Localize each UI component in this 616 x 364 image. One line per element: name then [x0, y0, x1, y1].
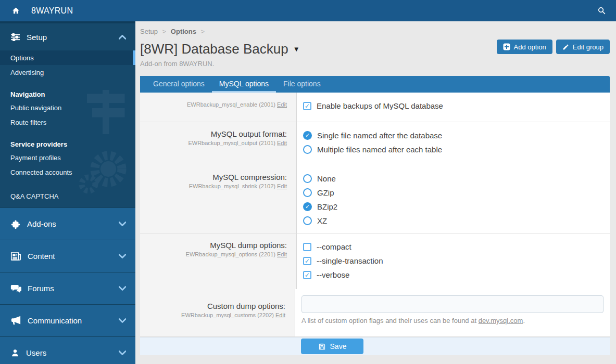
checkbox-checked[interactable]: ✓	[303, 257, 311, 265]
sliders-icon	[10, 33, 20, 42]
breadcrumb-options[interactable]: Options	[171, 28, 196, 35]
option-row: Custom dump options:EWRbackup_mysql_cust…	[140, 289, 610, 337]
option-row: MySQL dump options:EWRbackup_mysql_optio…	[140, 233, 610, 289]
checkbox-checked[interactable]: ✓	[303, 102, 311, 110]
help-text-before: A list of custom option flags and their …	[301, 317, 479, 324]
choice-label: Single file named after the database	[317, 131, 442, 140]
help-text-after: .	[523, 317, 525, 324]
edit-link[interactable]: Edit	[277, 101, 287, 108]
chevron-down-icon	[119, 254, 126, 258]
choice-label: Enable backups of MySQL database	[317, 101, 443, 110]
user-icon	[10, 348, 20, 358]
sidebar-group-heading: Service providers	[0, 138, 135, 150]
option-control-cell: ✓Enable backups of MySQL database	[297, 93, 610, 122]
plus-square-icon	[503, 43, 510, 50]
option-control-cell: A list of custom option flags and their …	[295, 289, 610, 336]
option-choice: ✓--compact	[303, 240, 604, 254]
edit-group-button[interactable]: Edit group	[556, 40, 610, 54]
radio-selected[interactable]: ✓	[303, 131, 312, 140]
tab-mysql-options[interactable]: MySQL options	[212, 76, 276, 93]
custom-dump-options-input[interactable]	[301, 295, 604, 313]
page-title: [8WR] Database Backup	[140, 41, 288, 57]
sidebar-item-route-filters[interactable]: Route filters	[0, 115, 135, 129]
option-title: MySQL dump options:	[145, 241, 287, 250]
sidebar-section-content[interactable]: Content	[0, 240, 135, 272]
sidebar-item-public-navigation[interactable]: Public navigation	[0, 100, 135, 115]
chevron-down-icon	[119, 286, 126, 291]
option-row: EWRbackup_mysql_enable (2001) Edit✓Enabl…	[140, 93, 610, 122]
radio-unselected[interactable]: ✓	[303, 174, 312, 183]
sidebar-section-label: Add-ons	[27, 219, 119, 228]
option-code-text: EWRbackup_mysql_enable (2001)	[187, 101, 275, 108]
edit-link[interactable]: Edit	[277, 251, 287, 257]
sidebar-section-setup: Setup OptionsAdvertisingNavigationPublic…	[0, 23, 135, 207]
checkbox-checked[interactable]: ✓	[303, 271, 311, 279]
edit-link[interactable]: Edit	[277, 183, 287, 189]
chevron-down-icon	[119, 350, 126, 355]
sidebar-section-setup-header[interactable]: Setup	[0, 23, 135, 50]
radio-unselected[interactable]: ✓	[303, 216, 312, 225]
help-text: A list of custom option flags and their …	[301, 317, 604, 324]
checkbox-unchecked[interactable]: ✓	[303, 243, 311, 251]
option-code: EWRbackup_mysql_output (2101) Edit	[145, 140, 287, 146]
sidebar-item-connected-accounts[interactable]: Connected accounts	[0, 165, 135, 179]
sidebar-item-q-a-captcha[interactable]: Q&A CAPTCHA	[0, 189, 135, 203]
option-choice: ✓Enable backups of MySQL database	[303, 99, 604, 113]
megaphone-icon	[10, 316, 21, 326]
option-code-text: EWRbackup_mysql_options (2201)	[186, 251, 275, 257]
tab-bar: General optionsMySQL optionsFile options	[140, 76, 610, 93]
chat-icon	[10, 284, 21, 293]
option-choice: ✓Multiple files named after each table	[303, 142, 604, 157]
option-choice: ✓Single file named after the database	[303, 128, 604, 142]
choice-label: --verbose	[317, 270, 349, 279]
chevron-up-icon	[119, 35, 126, 40]
option-choice: ✓--verbose	[303, 268, 604, 282]
option-code-text: EWRbackup_mysql_shrink (2102)	[189, 183, 275, 189]
save-button[interactable]: Save	[301, 339, 363, 354]
page-subtitle: Add-on from 8WAYRUN.	[140, 60, 616, 69]
option-label-cell: MySQL dump options:EWRbackup_mysql_optio…	[140, 233, 297, 289]
choice-label: XZ	[317, 216, 327, 225]
radio-unselected[interactable]: ✓	[303, 188, 312, 197]
option-code: EWRbackup_mysql_shrink (2102) Edit	[145, 183, 287, 189]
sidebar-section-label: Content	[28, 252, 119, 261]
radio-unselected[interactable]: ✓	[303, 145, 312, 154]
chevron-down-icon	[119, 222, 126, 226]
tab-file-options[interactable]: File options	[276, 76, 328, 93]
edit-link[interactable]: Edit	[277, 140, 287, 146]
home-icon[interactable]	[0, 6, 31, 15]
option-title: MySQL compression:	[145, 173, 287, 181]
radio-selected[interactable]: ✓	[303, 202, 312, 211]
sidebar-item-options[interactable]: Options	[0, 50, 135, 65]
add-option-button[interactable]: Add option	[497, 40, 552, 54]
choice-label: --single-transaction	[317, 256, 383, 265]
sidebar-section-users[interactable]: Users	[0, 336, 135, 364]
sidebar-item-payment-profiles[interactable]: Payment profiles	[0, 150, 135, 165]
sidebar-section-label: Forums	[28, 284, 119, 293]
search-icon[interactable]	[587, 6, 616, 15]
floppy-disk-icon	[318, 343, 326, 350]
site-title[interactable]: 8WAYRUN	[31, 6, 73, 16]
breadcrumb-setup[interactable]: Setup	[140, 28, 158, 35]
title-dropdown-icon[interactable]	[293, 45, 300, 53]
page-head: Setup > Options > [8WR] Database Backup …	[140, 21, 616, 69]
sidebar-item-advertising[interactable]: Advertising	[0, 65, 135, 80]
choice-label: None	[317, 174, 336, 183]
puzzle-icon	[10, 219, 21, 229]
sidebar-section-communication[interactable]: Communication	[0, 304, 135, 336]
help-link[interactable]: dev.mysql.com	[479, 317, 523, 324]
option-code-text: EWRbackup_mysql_output (2101)	[188, 140, 275, 146]
edit-link[interactable]: Edit	[275, 312, 285, 318]
option-choice: ✓GZip	[303, 186, 604, 200]
sidebar-section-label: Setup	[27, 33, 119, 42]
sidebar-section-label: Users	[26, 348, 119, 357]
sidebar-section-label: Communication	[28, 316, 119, 325]
option-title: Custom dump options:	[145, 302, 285, 310]
choice-label: BZip2	[317, 202, 337, 211]
option-label-cell: Custom dump options:EWRbackup_mysql_cust…	[140, 289, 295, 336]
option-label-cell: EWRbackup_mysql_enable (2001) Edit	[140, 93, 297, 122]
tab-general-options[interactable]: General options	[146, 76, 212, 93]
option-control-cell: ✓None✓GZip✓BZip2✓XZ	[297, 165, 610, 233]
sidebar-section-forums[interactable]: Forums	[0, 272, 135, 304]
sidebar-section-add-ons[interactable]: Add-ons	[0, 207, 135, 240]
